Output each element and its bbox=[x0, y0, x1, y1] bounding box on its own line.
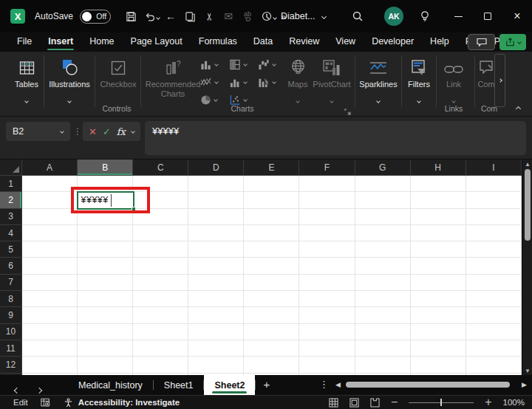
next-sheet-icon[interactable] bbox=[37, 382, 41, 396]
tab-file[interactable]: File bbox=[9, 32, 40, 52]
tables-button[interactable]: Tables bbox=[6, 53, 47, 106]
insert-function-icon[interactable]: fx bbox=[117, 126, 126, 137]
save-icon[interactable] bbox=[121, 6, 140, 27]
scroll-left-icon[interactable]: ◀ bbox=[335, 381, 341, 388]
column-header-b[interactable]: B bbox=[78, 159, 133, 176]
lightbulb-icon[interactable] bbox=[420, 10, 430, 22]
scroll-up-icon[interactable]: ▲ bbox=[522, 159, 532, 168]
zoom-out-icon[interactable]: − bbox=[391, 396, 398, 409]
column-header-a[interactable]: A bbox=[22, 159, 78, 176]
tab-insert[interactable]: Insert bbox=[40, 32, 81, 52]
document-name: Diabet... bbox=[281, 11, 316, 21]
row-header-4[interactable]: 4 bbox=[0, 225, 22, 241]
row-header-8[interactable]: 8 bbox=[0, 291, 22, 307]
row-header-6[interactable]: 6 bbox=[0, 258, 22, 274]
formula-controls: ✕ ✓ fx bbox=[83, 122, 140, 141]
pie-chart-icon[interactable] bbox=[194, 94, 223, 106]
zoom-slider[interactable] bbox=[409, 399, 474, 406]
share-button[interactable] bbox=[499, 34, 526, 50]
page-layout-view-icon[interactable] bbox=[349, 398, 359, 408]
autosave-toggle[interactable]: Off bbox=[80, 10, 111, 24]
tab-review[interactable]: Review bbox=[281, 32, 327, 52]
column-header-c[interactable]: C bbox=[133, 159, 188, 176]
touch-mode-dropdown-icon[interactable] bbox=[273, 9, 276, 22]
tab-data[interactable]: Data bbox=[245, 32, 281, 52]
prev-sheet-icon[interactable] bbox=[15, 382, 19, 396]
sparklines-button[interactable]: Sparklines bbox=[358, 53, 399, 106]
illustrations-icon bbox=[60, 53, 79, 77]
row-header-5[interactable]: 5 bbox=[0, 241, 22, 258]
funnel-decline-chart-icon[interactable] bbox=[252, 77, 281, 88]
illustrations-button[interactable]: Illustrations bbox=[46, 53, 93, 106]
row-header-2[interactable]: 2 bbox=[0, 192, 22, 208]
sheet-tab-sheet2[interactable]: Sheet2 bbox=[204, 375, 255, 395]
row-header-3[interactable]: 3 bbox=[0, 209, 22, 225]
column-chart-icon[interactable] bbox=[194, 59, 223, 70]
undo-dropdown-icon[interactable] bbox=[157, 9, 160, 22]
column-header-e[interactable]: E bbox=[244, 159, 299, 176]
document-title[interactable]: Diabet... bbox=[281, 0, 326, 32]
copy-icon[interactable] bbox=[180, 6, 200, 27]
tab-formulas[interactable]: Formulas bbox=[191, 32, 245, 52]
macro-recording-icon[interactable] bbox=[41, 398, 51, 408]
tab-help[interactable]: Help bbox=[422, 32, 457, 52]
tab-home[interactable]: Home bbox=[81, 32, 122, 52]
tab-page-layout[interactable]: Page Layout bbox=[123, 32, 191, 52]
zoom-in-icon[interactable]: + bbox=[485, 396, 491, 409]
column-header-f[interactable]: F bbox=[299, 159, 355, 176]
page-break-preview-icon[interactable] bbox=[370, 398, 380, 408]
vertical-scrollbar[interactable]: ▲ ▼ bbox=[522, 159, 532, 375]
collapse-ribbon-icon[interactable] bbox=[513, 103, 523, 112]
horizontal-scrollbar[interactable]: ◀ ▶ bbox=[334, 378, 528, 391]
column-header-h[interactable]: H bbox=[411, 159, 466, 176]
formula-input[interactable]: ¥¥¥¥¥ bbox=[145, 121, 526, 155]
accessibility-text: Accessibility: Investigate bbox=[78, 398, 180, 407]
row-header-9[interactable]: 9 bbox=[0, 307, 22, 323]
cut-icon[interactable]: ✂ bbox=[200, 6, 219, 27]
ribbon-overflow-button[interactable] bbox=[494, 54, 505, 107]
select-all-corner[interactable] bbox=[0, 159, 22, 176]
close-button[interactable]: × bbox=[502, 0, 532, 32]
tab-view[interactable]: View bbox=[327, 32, 364, 52]
histogram-chart-icon[interactable] bbox=[223, 77, 252, 88]
account-avatar[interactable]: AK bbox=[384, 7, 403, 26]
zoom-level[interactable]: 100% bbox=[503, 398, 525, 407]
column-header-d[interactable]: D bbox=[188, 159, 244, 176]
normal-view-icon[interactable] bbox=[329, 398, 338, 408]
comments-button[interactable] bbox=[468, 34, 495, 50]
row-header-12[interactable]: 12 bbox=[0, 357, 22, 373]
maximize-button[interactable] bbox=[473, 0, 502, 32]
column-header-g[interactable]: G bbox=[355, 159, 411, 176]
name-box[interactable]: B2 bbox=[6, 122, 70, 141]
accessibility-status[interactable]: Accessibility: Investigate bbox=[64, 398, 180, 408]
minimize-button[interactable] bbox=[443, 0, 473, 32]
svg-text:?: ? bbox=[177, 60, 181, 68]
tab-developer[interactable]: Developer bbox=[364, 32, 422, 52]
column-header-i[interactable]: I bbox=[466, 159, 522, 176]
vertical-scroll-thumb[interactable] bbox=[525, 169, 531, 241]
row-header-7[interactable]: 7 bbox=[0, 275, 22, 291]
add-sheet-button[interactable]: + bbox=[260, 378, 273, 391]
sheet-tab-medical-history[interactable]: Medical_history bbox=[68, 375, 153, 395]
row-header-11[interactable]: 11 bbox=[0, 340, 22, 357]
filters-button[interactable]: Filters bbox=[403, 53, 434, 106]
treemap-chart-icon[interactable] bbox=[223, 59, 252, 70]
sheet-tab-sheet1[interactable]: Sheet1 bbox=[154, 375, 204, 395]
enter-icon[interactable]: ✓ bbox=[103, 126, 111, 137]
row-header-1[interactable]: 1 bbox=[0, 176, 22, 192]
back-arrow-icon[interactable]: ← bbox=[161, 6, 180, 27]
scroll-right-icon[interactable]: ▶ bbox=[522, 381, 527, 388]
row-header-10[interactable]: 10 bbox=[0, 324, 22, 340]
title-bar: X AutoSave Off ← ✂ ✉ ab bbox=[0, 0, 532, 32]
line-chart-icon[interactable] bbox=[194, 77, 223, 87]
cancel-icon[interactable]: ✕ bbox=[89, 126, 97, 137]
scroll-down-icon[interactable]: ▼ bbox=[522, 366, 532, 375]
waterfall-chart-icon[interactable] bbox=[252, 59, 281, 70]
horizontal-scroll-thumb[interactable] bbox=[346, 382, 510, 388]
fx-dropdown-icon[interactable] bbox=[131, 129, 135, 134]
search-icon[interactable] bbox=[352, 10, 364, 22]
cell-grid[interactable]: ¥¥¥¥¥ bbox=[22, 176, 522, 375]
sheet-options-icon[interactable]: ⋮ bbox=[319, 379, 329, 390]
charts-gallery bbox=[194, 55, 282, 109]
cell-reference: B2 bbox=[13, 126, 24, 137]
